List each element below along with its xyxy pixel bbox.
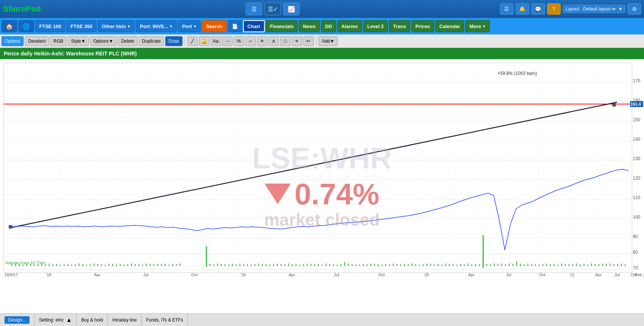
toolbar-pct-icon[interactable]: % (234, 36, 244, 46)
nav-alarms-btn[interactable]: Alarms (337, 20, 362, 32)
svg-rect-175 (572, 264, 573, 266)
toolbar-lines-icon[interactable]: ≡ (292, 36, 302, 46)
style-arrow: ▼ (81, 39, 86, 44)
header-bell-icon[interactable]: 🔔 (516, 3, 529, 15)
svg-rect-188 (621, 263, 622, 266)
svg-text:120: 120 (633, 176, 640, 181)
svg-rect-112 (501, 263, 502, 266)
header-chat-icon[interactable]: 💬 (531, 3, 545, 15)
svg-rect-81 (221, 264, 222, 266)
svg-rect-101 (295, 264, 297, 266)
nav-calendar-btn[interactable]: Calendar (435, 20, 464, 32)
svg-rect-120 (340, 264, 341, 266)
svg-rect-164 (531, 264, 532, 266)
toolbar-delete-btn[interactable]: Delete (118, 36, 138, 46)
header-settings-icon[interactable]: ⚙ (628, 3, 641, 15)
svg-rect-99 (288, 263, 289, 266)
nav-home-btn[interactable]: 🏠 (1, 20, 17, 32)
status-bar: Design... Setting: elric ▲ Buy & hold In… (0, 313, 644, 326)
header-menu-icon[interactable]: ☰ (500, 3, 513, 15)
svg-rect-139 (415, 264, 416, 266)
svg-text:Apr: Apr (595, 272, 601, 277)
svg-rect-186 (613, 264, 614, 266)
toolbar-add-btn[interactable]: Add▼ (319, 36, 338, 46)
nav-port-inve-btn[interactable]: Port: INVE...▼ (136, 20, 177, 32)
svg-rect-173 (565, 264, 566, 266)
toolbar-deselect-btn[interactable]: Deselect (25, 36, 49, 46)
setting-triangle-icon[interactable]: ▲ (66, 317, 72, 323)
svg-text:'20: '20 (424, 272, 429, 277)
setting-value: elric (55, 317, 64, 323)
svg-rect-170 (553, 264, 555, 266)
toolbar-peak-icon[interactable]: ∧ (269, 36, 279, 46)
nav-ftse100-btn[interactable]: FTSE 100 (35, 20, 65, 32)
svg-rect-150 (456, 265, 457, 266)
svg-rect-122 (352, 264, 353, 266)
header-list-btn[interactable]: ☰ (246, 3, 262, 15)
nav-search-btn[interactable]: Search (202, 20, 226, 32)
svg-rect-166 (539, 265, 540, 266)
svg-rect-56 (105, 265, 106, 266)
nav-news-btn[interactable]: News (299, 20, 320, 32)
nav-doc-btn[interactable]: 📄 (228, 20, 242, 32)
toolbar-text-icon[interactable]: Aa (211, 36, 221, 46)
toolbar-rgb-btn[interactable]: RGB (50, 36, 67, 46)
toolbar-options2-btn[interactable]: Options▼ (90, 36, 117, 46)
nav-chart-btn[interactable]: Chart (243, 20, 265, 32)
toolbar-rect-icon[interactable]: □ (280, 36, 291, 46)
svg-text:170: 170 (633, 78, 640, 83)
toolbar-bell-icon[interactable]: 🔔 (199, 36, 209, 46)
nav-more-btn[interactable]: More▼ (465, 20, 490, 32)
svg-rect-136 (404, 264, 405, 266)
svg-rect-119 (337, 265, 338, 266)
toolbar-channel-icon[interactable]: ≋ (257, 36, 267, 46)
svg-rect-97 (280, 264, 282, 266)
svg-rect-46 (67, 264, 68, 266)
svg-text:140: 140 (633, 137, 640, 142)
layout-chevron: ▼ (618, 6, 623, 12)
svg-rect-111 (497, 264, 499, 266)
svg-rect-148 (449, 264, 450, 266)
header-chart-btn[interactable]: 📈 (283, 3, 300, 15)
header-help-icon[interactable]: ? (547, 3, 561, 15)
nav-dd-btn[interactable]: DD (321, 20, 336, 32)
svg-rect-45 (64, 264, 65, 266)
toolbar-undo-icon[interactable]: ↩ (303, 36, 314, 46)
svg-rect-182 (598, 264, 599, 266)
header-grid-btn[interactable]: ☰✓ (264, 3, 281, 15)
nav-trans-btn[interactable]: Trans (389, 20, 410, 32)
chart-toolbar: Options Deselect RGB Style▼ Options▼ Del… (0, 34, 644, 48)
svg-rect-57 (108, 263, 110, 266)
svg-rect-84 (232, 264, 233, 266)
nav-prices-btn[interactable]: Prices (411, 20, 434, 32)
toolbar-draw-btn[interactable]: Draw (165, 36, 183, 46)
svg-rect-103 (303, 264, 304, 266)
buy-hold-section: Buy & hold (77, 314, 108, 326)
svg-rect-69 (153, 264, 154, 266)
toolbar-duplicate-btn[interactable]: Duplicate (139, 36, 164, 46)
toolbar-line-icon[interactable]: ╱ (187, 36, 198, 46)
svg-rect-0 (4, 63, 632, 272)
svg-text:'21: '21 (570, 272, 575, 277)
nav-port-btn[interactable]: Port▼ (178, 20, 201, 32)
svg-text:Apr: Apr (288, 272, 295, 277)
toolbar-trendline-icon[interactable]: ≈ (245, 36, 256, 46)
nav-level2-btn[interactable]: Level 2 (363, 20, 388, 32)
design-btn[interactable]: Design... (4, 316, 30, 324)
nav-financials-btn[interactable]: Financials (266, 20, 298, 32)
svg-rect-83 (228, 265, 229, 266)
svg-text:90: 90 (633, 234, 638, 239)
layout-select-input[interactable]: Default layout (582, 6, 617, 12)
svg-rect-107 (482, 235, 484, 268)
toolbar-options-btn[interactable]: Options (1, 36, 24, 46)
nav-globe-btn[interactable]: 🌐 (18, 20, 34, 32)
layout-selector[interactable]: Layout: Default layout ▼ (563, 5, 625, 13)
svg-rect-53 (93, 263, 95, 266)
svg-rect-54 (97, 264, 98, 266)
svg-rect-109 (490, 264, 491, 266)
nav-other-lists-btn[interactable]: Other lists▼ (98, 20, 135, 32)
toolbar-style-btn[interactable]: Style▼ (68, 36, 89, 46)
svg-rect-131 (385, 264, 386, 266)
nav-ftse350-btn[interactable]: FTSE 350 (67, 20, 97, 32)
toolbar-arrow-icon[interactable]: → (222, 36, 233, 46)
